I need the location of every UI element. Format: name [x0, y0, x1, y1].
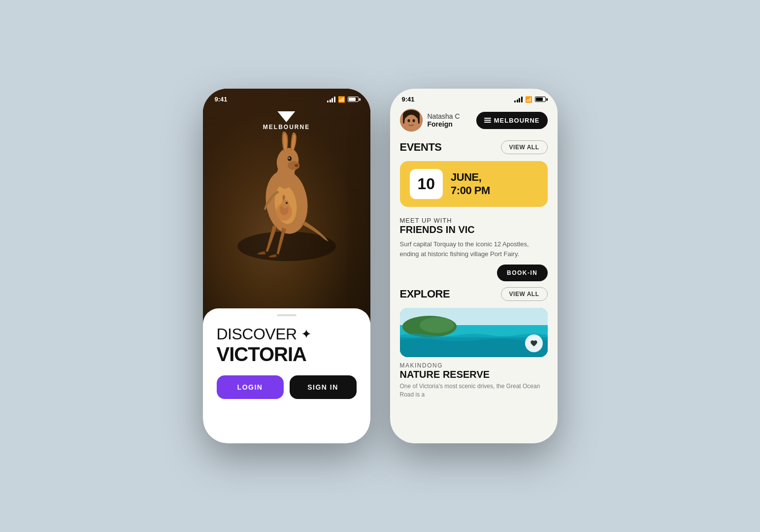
city-badge[interactable]: MELBOURNE: [476, 112, 548, 129]
events-view-all-button[interactable]: VIEW ALL: [501, 140, 548, 154]
status-time-2: 9:41: [402, 96, 415, 103]
event-time: 7:00 PM: [451, 184, 490, 197]
phone-home: 9:41 📶: [390, 89, 558, 443]
explore-image: [400, 308, 548, 357]
logo-triangle: [278, 111, 296, 122]
status-icons-2: 📶: [514, 96, 546, 103]
logo-text: MELBOURNE: [263, 124, 310, 131]
phone-login: 9:41 📶 MELBOURNE DISCOVER ✦ VICTORIA: [203, 89, 370, 443]
explore-header: EXPLORE VIEW ALL: [390, 284, 558, 304]
battery-icon-2: [535, 97, 546, 102]
wifi-icon: 📶: [338, 96, 345, 103]
signal-icon: [327, 97, 335, 102]
app-header: Natasha C Foreign MELBOURNE: [390, 106, 558, 137]
user-info: Natasha C Foreign: [400, 109, 460, 132]
login-card: DISCOVER ✦ VICTORIA LOGIN SIGN IN: [203, 308, 370, 443]
svg-point-11: [281, 200, 289, 208]
explore-subtitle: MAKINDONG: [400, 362, 548, 369]
book-in-button[interactable]: BOOK-IN: [497, 265, 548, 281]
discover-line: DISCOVER ✦: [217, 325, 357, 343]
user-name: Natasha C: [428, 112, 460, 120]
event-date-card[interactable]: 10 JUNE, 7:00 PM: [400, 161, 548, 207]
event-subtitle: MEET UP WITH: [400, 217, 548, 224]
event-day: 10: [410, 169, 443, 199]
explore-view-all-button[interactable]: VIEW ALL: [501, 287, 548, 301]
svg-point-6: [295, 164, 298, 167]
login-button[interactable]: LOGIN: [217, 375, 284, 399]
event-date-info: JUNE, 7:00 PM: [451, 171, 490, 197]
auth-buttons: LOGIN SIGN IN: [217, 375, 357, 399]
status-icons: 📶: [327, 96, 359, 103]
svg-point-18: [407, 119, 410, 122]
signin-button[interactable]: SIGN IN: [290, 375, 357, 399]
avatar: [400, 109, 423, 132]
user-details: Natasha C Foreign: [428, 112, 460, 128]
event-detail: MEET UP WITH FRIENDS IN VIC Surf capital…: [390, 211, 558, 281]
event-name: FRIENDS IN VIC: [400, 224, 548, 235]
kangaroo-image: [232, 118, 341, 261]
status-bar: 9:41 📶: [203, 89, 370, 106]
status-time: 9:41: [215, 96, 228, 103]
explore-section: EXPLORE VIEW ALL: [390, 284, 558, 399]
events-title: EVENTS: [400, 141, 442, 154]
favorite-button[interactable]: [525, 334, 543, 352]
status-bar-2: 9:41 📶: [390, 89, 558, 106]
explore-title: EXPLORE: [400, 288, 450, 300]
battery-icon: [348, 97, 359, 102]
events-header: EVENTS VIEW ALL: [390, 137, 558, 157]
svg-point-19: [412, 119, 415, 122]
melbourne-logo: MELBOURNE: [263, 111, 310, 131]
signal-icon-2: [514, 97, 523, 102]
event-description: Surf capital Torquay to the iconic 12 Ap…: [400, 239, 548, 259]
svg-point-12: [286, 202, 288, 204]
explore-detail: MAKINDONG NATURE RESERVE One of Victoria…: [390, 357, 558, 399]
event-month: JUNE,: [451, 171, 490, 184]
star-icon: ✦: [301, 327, 312, 342]
drag-handle: [277, 314, 297, 316]
svg-point-17: [404, 115, 418, 131]
explore-name: NATURE RESERVE: [400, 369, 548, 380]
explore-description: One of Victoria's most scenic drives, th…: [400, 382, 548, 399]
svg-point-24: [420, 317, 454, 333]
home-content: 9:41 📶: [390, 89, 558, 443]
user-status: Foreign: [428, 120, 460, 128]
wifi-icon-2: 📶: [525, 96, 532, 103]
victoria-text: VICTORIA: [217, 343, 357, 366]
svg-point-8: [288, 157, 290, 159]
menu-icon: [484, 118, 491, 123]
ocean-background: [400, 308, 548, 357]
